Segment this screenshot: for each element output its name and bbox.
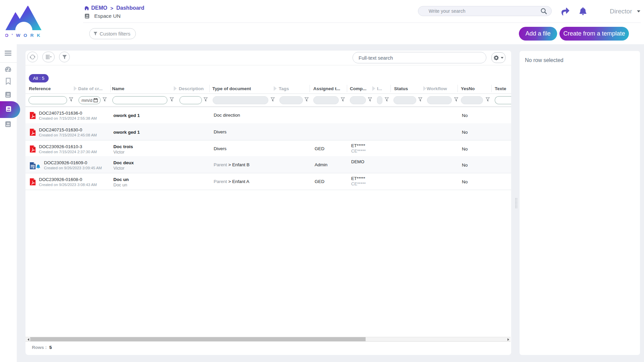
svg-text:O'WORK: O'WORK xyxy=(5,33,42,38)
svg-text:W: W xyxy=(32,167,35,169)
